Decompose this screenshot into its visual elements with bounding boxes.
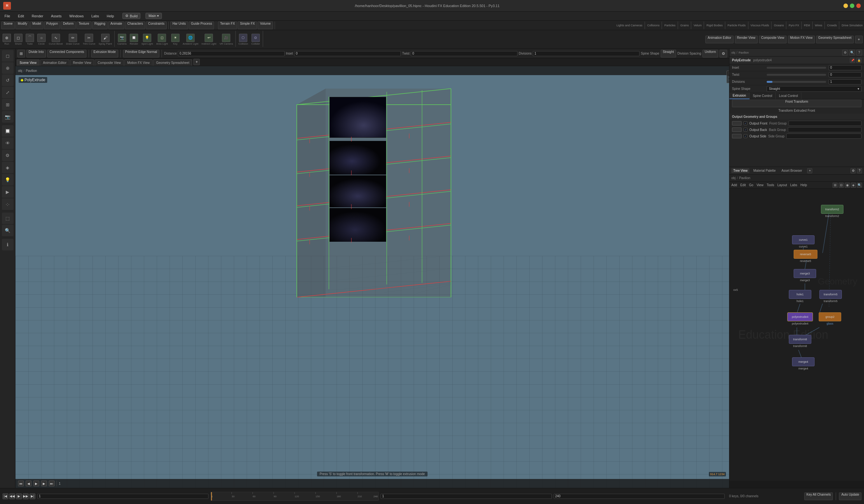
- curve-tool[interactable]: ⌒ Tube: [24, 31, 35, 48]
- minimize-button[interactable]: [843, 3, 848, 8]
- add-tab-btn[interactable]: +: [855, 36, 863, 43]
- prev-keyframe-btn[interactable]: |◀: [2, 493, 8, 499]
- ng-nav-icon4[interactable]: ◈: [851, 183, 856, 188]
- indirect-light-tool[interactable]: ↩ Indirect Light: [201, 31, 218, 48]
- ng-view-menu[interactable]: View: [756, 183, 764, 187]
- output-front-check[interactable]: ✓: [744, 121, 747, 125]
- transform-icon[interactable]: ⊕: [2, 62, 13, 74]
- select-icon[interactable]: ◻: [2, 50, 13, 62]
- inset-slider[interactable]: [767, 67, 826, 69]
- menu-windows[interactable]: Windows: [68, 13, 86, 19]
- node-hole1[interactable]: hole1 hole1: [789, 290, 811, 303]
- timeline-ruler[interactable]: 1 30 60 90 120 150 180 210 240: [211, 492, 379, 501]
- node-group2[interactable]: group2 glass: [819, 312, 841, 325]
- ng-help-menu[interactable]: Help: [801, 183, 807, 187]
- ng-layout-menu[interactable]: Layout: [777, 183, 787, 187]
- area-light-tool[interactable]: ◻ Area Light: [155, 31, 169, 48]
- animation-editor-tab[interactable]: Animation Editor: [705, 36, 733, 43]
- connected-components-btn[interactable]: Connected Components: [47, 50, 86, 58]
- viewport-settings-icon[interactable]: ⚙: [719, 50, 727, 58]
- ng-edit-menu[interactable]: Edit: [740, 183, 746, 187]
- node-polyextrude4[interactable]: polyextrude4 polyextrude4: [787, 312, 813, 325]
- collision-tool1[interactable]: ⬡ Collision: [237, 31, 249, 48]
- add-tab-icon2[interactable]: +: [193, 59, 200, 65]
- side-group-input[interactable]: [786, 134, 862, 139]
- front-transform-btn[interactable]: Front Transform: [732, 99, 862, 107]
- frame-icon[interactable]: ⬚: [2, 212, 13, 224]
- model-btn[interactable]: Model: [30, 22, 43, 29]
- guide-process-btn[interactable]: Guide Process: [189, 22, 215, 29]
- menu-edit[interactable]: Edit: [16, 13, 26, 19]
- twist-input[interactable]: [411, 51, 517, 56]
- maximize-button[interactable]: [850, 3, 854, 8]
- particles-icon[interactable]: ·:·: [2, 198, 13, 210]
- animation-editor-tab2[interactable]: Animation Editor: [40, 59, 69, 66]
- node-transform2[interactable]: transform2 transform2: [821, 205, 843, 218]
- geometry-spreadsheet-tab[interactable]: Geometry Spreadsheet: [816, 36, 854, 43]
- composite-view-tab[interactable]: Composite View: [759, 36, 787, 43]
- back-group-input[interactable]: [788, 127, 862, 132]
- ambient-light-tool[interactable]: 🌐 Ambient Light: [181, 31, 200, 48]
- scene-btn[interactable]: Scene: [1, 22, 15, 29]
- camera-tool[interactable]: 📷 Camera: [116, 31, 128, 48]
- characters-btn[interactable]: Characters: [125, 22, 145, 29]
- ng-nav-icon3[interactable]: ◉: [845, 183, 850, 188]
- collision-tool2[interactable]: ⊙ Collider: [250, 31, 261, 48]
- geometry-spreadsheet-tab2[interactable]: Geometry Spreadsheet: [153, 59, 192, 66]
- no-cam-btn[interactable]: No cam ▾: [727, 71, 729, 83]
- ng-tree-view-tab[interactable]: Tree View: [731, 168, 749, 173]
- render-view-tab2[interactable]: Render View: [70, 59, 94, 66]
- menu-labs[interactable]: Labs: [89, 13, 101, 19]
- ng-material-palette-tab[interactable]: Material Palette: [751, 168, 777, 173]
- ng-labs-menu[interactable]: Labs: [790, 183, 797, 187]
- motion-fx-view-tab2[interactable]: Motion FX View: [124, 59, 153, 66]
- divide-into-btn[interactable]: Divide Into: [26, 50, 46, 58]
- ng-nav-icon2[interactable]: ⊟: [839, 183, 844, 188]
- node-reverse5[interactable]: reverse5 reverse5: [794, 250, 817, 262]
- terrain-fx-btn[interactable]: Terrain FX: [218, 22, 237, 29]
- node-lock-icon[interactable]: 🔒: [856, 58, 862, 63]
- ng-go-menu[interactable]: Go: [749, 183, 753, 187]
- grid-icon[interactable]: ⊞: [17, 50, 25, 58]
- frame-start-input[interactable]: [381, 494, 552, 499]
- prim-edge-normal-btn[interactable]: Primitive Edge Normal: [123, 50, 159, 58]
- extrusion-tab[interactable]: Extrusion: [729, 93, 749, 99]
- output-back-check[interactable]: ✓: [744, 128, 747, 132]
- deform-btn[interactable]: Deform: [61, 22, 76, 29]
- render-view-tab[interactable]: Render View: [735, 36, 758, 43]
- divisions-slider[interactable]: [767, 81, 826, 83]
- main-dropdown[interactable]: Main ▾: [145, 13, 162, 19]
- polygon-btn[interactable]: Polygon: [44, 22, 60, 29]
- ng-nav-icon1[interactable]: ⊞: [832, 183, 838, 188]
- select-tool[interactable]: ◻ Shore: [13, 31, 24, 48]
- divisions-field[interactable]: [829, 79, 862, 84]
- node-merge3[interactable]: merge3 merge3: [794, 269, 816, 282]
- inset-field[interactable]: [829, 65, 862, 70]
- front-group-input[interactable]: [789, 121, 862, 126]
- circle-tool[interactable]: ○ Circle: [36, 31, 47, 48]
- ng-tools-menu[interactable]: Tools: [767, 183, 774, 187]
- transform-tool[interactable]: ⊕ Run: [1, 31, 12, 48]
- camera-nav-icon[interactable]: 📷: [2, 111, 13, 123]
- node-transform8[interactable]: transform8 transform8: [789, 335, 811, 348]
- ng-asset-browser-tab[interactable]: Asset Browser: [780, 168, 804, 173]
- info-icon[interactable]: ℹ: [2, 239, 13, 250]
- draw-curve-tool[interactable]: ✏ Draw Curve: [65, 31, 81, 48]
- constraints-btn[interactable]: Constraints: [146, 22, 167, 29]
- play-next-frame[interactable]: ▶: [41, 481, 47, 486]
- scene-view-tab[interactable]: Scene View: [17, 59, 39, 66]
- play-next-keyframe[interactable]: ⏭: [49, 481, 55, 486]
- menu-render[interactable]: Render: [30, 13, 45, 19]
- har-units-btn[interactable]: Har Units: [170, 22, 188, 29]
- props-settings-icon[interactable]: ⚙: [842, 50, 848, 56]
- divisions-input[interactable]: [533, 51, 639, 56]
- spray-paint-tool[interactable]: 🖌 Spray Paint: [97, 31, 113, 48]
- key-light-tool[interactable]: ☀ Key: [170, 31, 181, 48]
- snapping-icon[interactable]: 🔲: [2, 125, 13, 137]
- ng-add-menu[interactable]: Add: [731, 183, 737, 187]
- twist-slider[interactable]: [767, 74, 826, 76]
- texture-btn[interactable]: Texture: [76, 22, 92, 29]
- node-curve1[interactable]: curve1 curve1: [792, 235, 815, 248]
- node-merge4[interactable]: merge4 merge4: [792, 357, 815, 370]
- inset-input[interactable]: [294, 51, 401, 56]
